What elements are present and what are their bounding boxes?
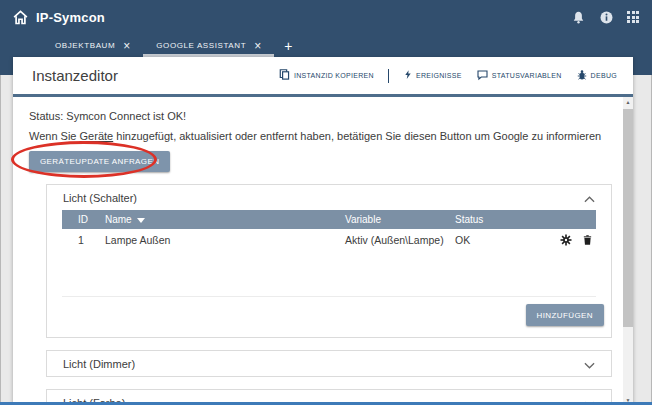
debug-button[interactable]: DEBUG <box>576 67 617 85</box>
device-update-button[interactable]: GERÄTEUPDATE ANFRAGEN <box>29 151 170 172</box>
gear-icon[interactable] <box>560 234 572 246</box>
close-tab-icon[interactable]: × <box>254 40 261 52</box>
close-tab-icon[interactable]: × <box>123 40 130 52</box>
apps-grid-icon[interactable] <box>627 11 639 23</box>
app-brand[interactable]: IP-Symcon <box>12 0 105 34</box>
speech-bubble-icon <box>476 67 489 85</box>
cell-id: 1 <box>62 234 105 246</box>
add-device-button[interactable]: HINZUFÜGEN <box>526 304 604 326</box>
tab-objektbaum[interactable]: OBJEKTBAUM × <box>42 34 143 57</box>
panel-licht-schalter: Licht (Schalter) ID Name <box>46 184 612 338</box>
lightning-icon <box>403 67 413 85</box>
home-icon <box>12 9 29 26</box>
tab-google-assistant[interactable]: GOOGLE ASSISTANT × <box>143 34 274 57</box>
column-header-status[interactable]: Status <box>455 214 596 225</box>
instance-editor-card: Instanzeditor INSTANZID KOPIEREN <box>13 57 633 405</box>
cell-name: Lampe Außen <box>105 234 345 246</box>
app-title: IP-Symcon <box>36 10 105 25</box>
geraete-link[interactable]: Geräte <box>80 130 114 142</box>
sort-descending-icon <box>137 214 145 225</box>
cell-status: OK <box>455 234 596 246</box>
editor-content: Status: Symcon Connect ist OK! Wenn Sie … <box>13 97 633 405</box>
scrollbar-thumb[interactable] <box>623 109 633 327</box>
chevron-down-icon <box>584 355 595 373</box>
copy-icon <box>278 67 291 85</box>
table-row: 1 Lampe Außen Aktiv (Außen\Lampe) OK <box>62 229 596 251</box>
vertical-scrollbar[interactable]: ▲ ▼ <box>623 97 633 405</box>
app-header: IP-Symcon <box>0 0 652 34</box>
page-title: Instanzeditor <box>32 67 118 84</box>
panel-header-licht-schalter[interactable]: Licht (Schalter) <box>47 185 611 210</box>
status-variables-button[interactable]: STATUSVARIABLEN <box>476 67 562 85</box>
bug-icon <box>576 67 588 85</box>
device-table: ID Name Variable Status 1 Lampe Außen <box>62 210 596 297</box>
column-header-variable[interactable]: Variable <box>345 214 455 225</box>
editor-toolbar: Instanzeditor INSTANZID KOPIEREN <box>13 57 633 94</box>
scroll-up-arrow-icon[interactable]: ▲ <box>623 97 633 107</box>
column-header-name[interactable]: Name <box>105 214 345 225</box>
toolbar-divider <box>388 69 389 83</box>
copy-instance-id-button[interactable]: INSTANZID KOPIEREN <box>278 67 374 85</box>
add-tab-button[interactable]: + <box>274 34 302 57</box>
table-header-row: ID Name Variable Status <box>62 210 596 229</box>
chevron-up-icon <box>584 189 595 207</box>
status-text: Status: Symcon Connect ist OK! <box>29 110 633 122</box>
column-header-id[interactable]: ID <box>62 214 105 225</box>
trash-icon[interactable] <box>582 234 593 246</box>
info-text: Wenn Sie Geräte hinzugefügt, aktualisier… <box>29 130 633 142</box>
table-empty-space <box>62 251 596 297</box>
panel-licht-dimmer: Licht (Dimmer) <box>46 350 612 377</box>
ip-symcon-window: IP-Symcon OBJEKTBAUM <box>0 0 652 405</box>
events-button[interactable]: EREIGNISSE <box>403 67 462 85</box>
info-icon[interactable] <box>599 10 614 25</box>
tab-bar: OBJEKTBAUM × GOOGLE ASSISTANT × + <box>0 34 652 57</box>
bell-icon[interactable] <box>571 10 586 25</box>
cell-variable: Aktiv (Außen\Lampe) <box>345 234 455 246</box>
panel-header-licht-dimmer[interactable]: Licht (Dimmer) <box>47 351 611 376</box>
